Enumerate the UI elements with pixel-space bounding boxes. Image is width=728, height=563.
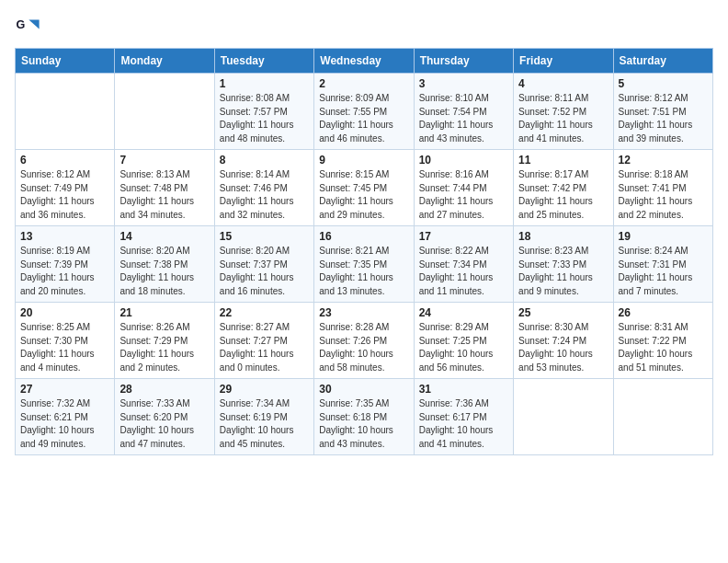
day-info: Sunrise: 7:32 AM Sunset: 6:21 PM Dayligh… [20,397,109,451]
day-info: Sunrise: 7:35 AM Sunset: 6:18 PM Dayligh… [319,397,408,451]
calendar-cell: 3Sunrise: 8:10 AM Sunset: 7:54 PM Daylig… [414,74,513,150]
calendar-cell: 14Sunrise: 8:20 AM Sunset: 7:38 PM Dayli… [115,226,214,303]
day-number: 9 [319,154,408,167]
calendar-cell [16,74,115,150]
day-number: 25 [518,306,608,319]
day-number: 27 [20,383,109,396]
day-number: 1 [220,77,309,90]
calendar-cell: 23Sunrise: 8:28 AM Sunset: 7:26 PM Dayli… [314,303,414,379]
day-number: 5 [619,77,708,90]
calendar-cell [115,74,214,150]
day-number: 12 [619,154,708,167]
day-info: Sunrise: 8:15 AM Sunset: 7:45 PM Dayligh… [319,168,408,222]
calendar-cell: 26Sunrise: 8:31 AM Sunset: 7:22 PM Dayli… [613,303,712,379]
calendar-cell: 21Sunrise: 8:26 AM Sunset: 7:29 PM Dayli… [115,303,214,379]
day-number: 19 [619,230,708,243]
calendar-week-row: 13Sunrise: 8:19 AM Sunset: 7:39 PM Dayli… [16,226,713,303]
day-info: Sunrise: 8:14 AM Sunset: 7:46 PM Dayligh… [220,168,309,222]
day-number: 13 [20,230,109,243]
day-info: Sunrise: 8:20 AM Sunset: 7:37 PM Dayligh… [220,245,309,298]
calendar-cell [613,379,712,455]
day-info: Sunrise: 8:19 AM Sunset: 7:39 PM Dayligh… [20,245,109,298]
calendar-week-row: 20Sunrise: 8:25 AM Sunset: 7:30 PM Dayli… [16,303,713,379]
calendar-cell: 24Sunrise: 8:29 AM Sunset: 7:25 PM Dayli… [414,303,513,379]
day-info: Sunrise: 8:30 AM Sunset: 7:24 PM Dayligh… [518,321,608,374]
day-info: Sunrise: 8:25 AM Sunset: 7:30 PM Dayligh… [20,321,109,374]
calendar-cell: 29Sunrise: 7:34 AM Sunset: 6:19 PM Dayli… [214,379,313,455]
logo-icon: G [15,15,40,40]
day-number: 15 [220,230,309,243]
page-header: G [15,15,713,40]
calendar-cell: 13Sunrise: 8:19 AM Sunset: 7:39 PM Dayli… [16,226,115,303]
day-number: 31 [419,383,508,396]
day-info: Sunrise: 8:13 AM Sunset: 7:48 PM Dayligh… [119,168,209,222]
weekday-header-wednesday: Wednesday [314,49,414,74]
calendar-cell: 25Sunrise: 8:30 AM Sunset: 7:24 PM Dayli… [514,303,613,379]
calendar-cell: 10Sunrise: 8:16 AM Sunset: 7:44 PM Dayli… [414,150,513,226]
day-info: Sunrise: 8:12 AM Sunset: 7:49 PM Dayligh… [20,168,109,222]
calendar-cell: 19Sunrise: 8:24 AM Sunset: 7:31 PM Dayli… [613,226,712,303]
day-info: Sunrise: 8:21 AM Sunset: 7:35 PM Dayligh… [319,245,408,298]
calendar-cell: 17Sunrise: 8:22 AM Sunset: 7:34 PM Dayli… [414,226,513,303]
day-info: Sunrise: 7:33 AM Sunset: 6:20 PM Dayligh… [119,397,209,451]
day-number: 22 [220,306,309,319]
weekday-header-tuesday: Tuesday [214,49,313,74]
calendar-cell: 27Sunrise: 7:32 AM Sunset: 6:21 PM Dayli… [16,379,115,455]
day-number: 10 [419,154,508,167]
day-number: 8 [220,154,309,167]
day-number: 30 [319,383,408,396]
day-info: Sunrise: 8:20 AM Sunset: 7:38 PM Dayligh… [119,245,209,298]
day-info: Sunrise: 8:18 AM Sunset: 7:41 PM Dayligh… [619,168,708,222]
day-number: 29 [220,383,309,396]
calendar-cell: 5Sunrise: 8:12 AM Sunset: 7:51 PM Daylig… [613,74,712,150]
day-info: Sunrise: 8:11 AM Sunset: 7:52 PM Dayligh… [518,92,608,145]
calendar-week-row: 1Sunrise: 8:08 AM Sunset: 7:57 PM Daylig… [16,74,713,150]
day-number: 4 [518,77,608,90]
calendar-cell: 12Sunrise: 8:18 AM Sunset: 7:41 PM Dayli… [613,150,712,226]
day-info: Sunrise: 8:29 AM Sunset: 7:25 PM Dayligh… [419,321,508,374]
day-number: 23 [319,306,408,319]
day-number: 21 [119,306,209,319]
day-info: Sunrise: 8:24 AM Sunset: 7:31 PM Dayligh… [619,245,708,298]
day-number: 28 [119,383,209,396]
calendar-cell: 31Sunrise: 7:36 AM Sunset: 6:17 PM Dayli… [414,379,513,455]
calendar-cell: 9Sunrise: 8:15 AM Sunset: 7:45 PM Daylig… [314,150,414,226]
day-number: 3 [419,77,508,90]
calendar-week-row: 6Sunrise: 8:12 AM Sunset: 7:49 PM Daylig… [16,150,713,226]
day-info: Sunrise: 7:36 AM Sunset: 6:17 PM Dayligh… [419,397,508,451]
calendar-cell [514,379,613,455]
day-info: Sunrise: 8:10 AM Sunset: 7:54 PM Dayligh… [419,92,508,145]
calendar-cell: 1Sunrise: 8:08 AM Sunset: 7:57 PM Daylig… [214,74,313,150]
svg-text:G: G [16,18,25,31]
day-number: 2 [319,77,408,90]
calendar-cell: 18Sunrise: 8:23 AM Sunset: 7:33 PM Dayli… [514,226,613,303]
day-number: 17 [419,230,508,243]
day-info: Sunrise: 8:22 AM Sunset: 7:34 PM Dayligh… [419,245,508,298]
calendar-cell: 28Sunrise: 7:33 AM Sunset: 6:20 PM Dayli… [115,379,214,455]
day-info: Sunrise: 8:16 AM Sunset: 7:44 PM Dayligh… [419,168,508,222]
weekday-header-thursday: Thursday [414,49,513,74]
calendar-cell: 20Sunrise: 8:25 AM Sunset: 7:30 PM Dayli… [16,303,115,379]
calendar-cell: 11Sunrise: 8:17 AM Sunset: 7:42 PM Dayli… [514,150,613,226]
day-number: 14 [119,230,209,243]
day-info: Sunrise: 8:26 AM Sunset: 7:29 PM Dayligh… [119,321,209,374]
day-number: 7 [119,154,209,167]
day-number: 11 [518,154,608,167]
calendar-cell: 6Sunrise: 8:12 AM Sunset: 7:49 PM Daylig… [16,150,115,226]
day-number: 20 [20,306,109,319]
day-number: 24 [419,306,508,319]
day-info: Sunrise: 8:28 AM Sunset: 7:26 PM Dayligh… [319,321,408,374]
calendar-cell: 4Sunrise: 8:11 AM Sunset: 7:52 PM Daylig… [514,74,613,150]
calendar-cell: 15Sunrise: 8:20 AM Sunset: 7:37 PM Dayli… [214,226,313,303]
weekday-header-row: SundayMondayTuesdayWednesdayThursdayFrid… [16,49,713,74]
logo: G [15,15,44,40]
day-number: 26 [619,306,708,319]
calendar-cell: 16Sunrise: 8:21 AM Sunset: 7:35 PM Dayli… [314,226,414,303]
weekday-header-saturday: Saturday [613,49,712,74]
day-number: 6 [20,154,109,167]
day-info: Sunrise: 8:12 AM Sunset: 7:51 PM Dayligh… [619,92,708,145]
calendar-cell: 22Sunrise: 8:27 AM Sunset: 7:27 PM Dayli… [214,303,313,379]
calendar-cell: 2Sunrise: 8:09 AM Sunset: 7:55 PM Daylig… [314,74,414,150]
weekday-header-friday: Friday [514,49,613,74]
calendar-cell: 7Sunrise: 8:13 AM Sunset: 7:48 PM Daylig… [115,150,214,226]
